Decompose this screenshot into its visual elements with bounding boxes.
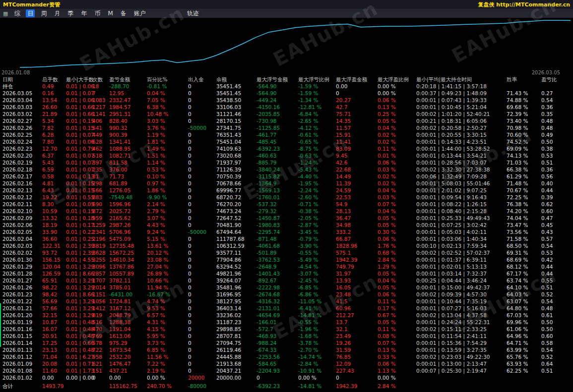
col-header-hold-time[interactable]: 最小|平均|最大持仓时间 (416, 76, 507, 83)
cell-max-float-profit-pct: 0.04 % (378, 124, 416, 131)
brand-link[interactable]: 复盘侠 http://MTCommander.cn (478, 1, 570, 8)
table-row[interactable]: 2026.01.020.000.00 | 0.0000.000.00 %2000… (0, 374, 573, 381)
table-row[interactable]: 2026.02.2312.700.01 | 0.794621088.951.49… (0, 145, 573, 152)
table-row[interactable]: 2026.02.0533.900.01 | 0.2223415706.969.2… (0, 228, 573, 235)
table-row[interactable]: 2026.02.0293.720.01 | 2.39362815672.2520… (0, 249, 573, 256)
table-row[interactable]: 2026.02.195.430.01 | 0.07397811.581.14 %… (0, 159, 573, 166)
col-header-minmax-lots[interactable]: 最小|大手数 (66, 76, 92, 83)
cell-date: 2026.01.27 (2, 277, 42, 284)
cell-inout: 0 (188, 131, 216, 138)
cell-percent: 3.03 % (147, 117, 188, 124)
cell-minmax-lots: 0.01 | 0.71 (66, 360, 92, 367)
table-row[interactable]: 2026.01.2398.420.01 | 8.661151-6431.00-1… (0, 291, 573, 298)
table-row[interactable]: 2026.02.136.430.01 | 0.155661276.051.86 … (0, 187, 573, 194)
table-row[interactable]: 2026.01.29120.040.01 | 3.29309613767.862… (0, 263, 573, 270)
toolbar-tab-10[interactable]: 轨迹 (186, 9, 200, 17)
table-row[interactable]: 2026.01.1616.070.01 | 0.484701191.044.15… (0, 326, 573, 333)
cell-minmax-lots: 0.01 | 0.15 (66, 187, 92, 194)
table-row[interactable]: 2026.01.2256.690.01 | 3.2910561724.814.7… (0, 298, 573, 305)
table-row[interactable]: 2026.01.1417.250.01 | 0.66578975.293.73 … (0, 339, 573, 346)
cell-date: 2026.01.30 (2, 256, 42, 263)
table-row[interactable]: 2026.01.0920.080.01 | 0.716211476.477.22… (0, 360, 573, 367)
toolbar-tab-8[interactable]: 备 (119, 9, 128, 17)
table-total-row[interactable]: 合计1493.79115162.75240.70 %-80000-6392.23… (0, 383, 573, 390)
table-row[interactable]: 2026.02.267.820.01 | 0.15541990.323.76 %… (0, 124, 573, 131)
col-header-max-float-profit[interactable]: 最大浮盈金额 (336, 76, 378, 83)
cell-balance: 20437.21 (216, 367, 256, 374)
table-row[interactable]: 持仓0.490.01 | 0.0618-288.70-0.81 %035451.… (0, 83, 573, 90)
cell-minmax-lots: 0.01 | 0.15 (66, 180, 92, 187)
table-row[interactable]: 2026.01.30156.150.01 | 4.55325514610.342… (0, 256, 573, 263)
table-row[interactable]: 2026.01.2698.220.01 | 3.2920143785.0111.… (0, 284, 573, 291)
cell-percent: 4.74 % (147, 298, 188, 305)
cell-count: 0 (92, 374, 109, 381)
col-header-inout[interactable]: 出入金 (188, 76, 216, 83)
table-row[interactable]: 2026.02.0913.320.01 | 0.189592165.623.07… (0, 215, 573, 222)
table-row[interactable]: 2026.01.2765.910.01 | 3.2917073782.1110.… (0, 277, 573, 284)
col-header-max-float-loss[interactable]: 最大浮亏金额 (256, 76, 298, 83)
col-header-pl-ratio[interactable]: 盈亏比 (541, 76, 566, 83)
col-header-lots[interactable]: 总手数 (42, 76, 66, 83)
table-row[interactable]: 2026.01.1910.870.01 | 0.485161288.384.31… (0, 319, 573, 326)
cell-max-float-profit: 24.59 (336, 187, 378, 194)
cell-count: 298 (92, 180, 109, 187)
toolbar-tab-0[interactable]: 综 (12, 9, 21, 17)
table-row[interactable]: 2026.01.28126.590.01 | 8.66285710557.892… (0, 270, 573, 277)
table-row[interactable]: 2026.01.1323.130.01 | 0.487221673.546.85… (0, 346, 573, 353)
table-row[interactable]: 2026.02.275.340.01 | 0.15406828.403.03 %… (0, 117, 573, 124)
table-row[interactable]: 2026.01.2032.150.01 | 3.298192048.796.57… (0, 312, 573, 319)
cell-max-float-loss-pct: -14.81 % (298, 312, 336, 319)
cell-lots: 6.43 (42, 187, 66, 194)
col-header-count[interactable]: 次数 (92, 76, 109, 83)
col-header-win-rate[interactable]: 胜率 (507, 76, 541, 83)
table-row[interactable]: 2026.02.118.300.01 | 0.056901596.962.14 … (0, 201, 573, 208)
cell-inout: 0 (188, 312, 216, 319)
cell-date: 2026.02.20 (2, 152, 42, 159)
table-row[interactable]: 2026.02.03122.310.01 | 2.39381912735.481… (0, 242, 573, 249)
table-row[interactable]: 2026.03.0221.890.01 | 0.6611412951.3110.… (0, 111, 573, 117)
toolbar-tab-9[interactable]: 账户 (132, 9, 147, 17)
cell-count: 1412 (92, 305, 109, 312)
toolbar-tab-4[interactable]: 季 (66, 9, 75, 17)
toolbar-tab-1[interactable]: 日 (26, 9, 35, 17)
toolbar-tab-2[interactable]: 周 (39, 9, 48, 17)
cell-percent: 6.38 % (147, 104, 188, 111)
toolbar-tab-5[interactable]: 年 (79, 9, 88, 17)
table-row[interactable]: 2026.02.247.800.01 | 0.066281341.411.81 … (0, 138, 573, 145)
cell-hold-time: 0:00:01 | 0:13:59 | 3:27:35 (416, 346, 507, 353)
table-row[interactable]: 2026.02.1219.220.01 | 0.55883-7549.48-9.… (0, 194, 573, 201)
cell-inout: 0 (188, 319, 216, 326)
cell-percent: 9.24 % (147, 228, 188, 235)
toolbar-tab-3[interactable]: 月 (53, 9, 62, 17)
table-row[interactable]: 2026.02.0436.600.01 | 0.2521965475.095.1… (0, 235, 573, 242)
table-row[interactable]: 2026.02.170.580.01 | 0.133171.730.10 %07… (0, 173, 573, 180)
table-row[interactable]: 2026.02.186.590.01 | 0.07235376.000.53 %… (0, 166, 573, 173)
menu-icon[interactable]: ▦ (3, 10, 8, 17)
table-row[interactable]: 2026.01.1271.040.01 | 6.279582532.2011.5… (0, 353, 573, 360)
table-row[interactable]: 2026.03.0413.540.01 | 0.0610832332.477.0… (0, 97, 573, 104)
col-header-percent[interactable]: 百分比% (147, 76, 188, 83)
col-header-max-float-profit-pct[interactable]: 最大浮盈比例 (378, 76, 416, 83)
cell-max-float-profit: 54.9 (336, 201, 378, 208)
table-row[interactable]: 2026.02.256.280.01 | 0.07449900.391.19 %… (0, 131, 573, 138)
toolbar-tab-6[interactable]: 币 (93, 9, 102, 17)
table-row[interactable]: 2026.01.0811.600.01 | 1.73151437.212.19 … (0, 367, 573, 374)
table-row[interactable]: 2026.03.050.160.01 | 0.07712.950.04 %035… (0, 90, 573, 97)
col-header-max-float-loss-pct[interactable]: 最大浮亏比例 (298, 76, 336, 83)
table-row[interactable]: 2026.02.1010.590.01 | 0.158722025.722.79… (0, 208, 573, 215)
table-row[interactable]: 2026.03.0326.600.01 | 0.6612171984.576.3… (0, 104, 573, 111)
col-header-date[interactable]: 日期 (2, 76, 42, 83)
col-header-profit[interactable]: 盈亏金额 (109, 76, 147, 83)
table-row[interactable]: 2026.02.164.810.01 | 0.15298681.890.97 %… (0, 180, 573, 187)
table-row[interactable]: 2026.02.206.370.01 | 0.075181082.711.51 … (0, 152, 573, 159)
cell-profit: 115162.75 (109, 383, 147, 390)
cell-minmax-lots: 0.01 | 2.39 (66, 249, 92, 256)
table-row[interactable]: 2026.01.1520.910.01 | 0.487691613.065.95… (0, 333, 573, 339)
toolbar-tab-7[interactable]: M (106, 9, 114, 17)
cell-minmax-lots: 0.01 | 0.48 (66, 333, 92, 339)
cell-profit: 437.21 (109, 367, 147, 374)
table-row[interactable]: 2026.02.0618.190.01 | 0.1712592987.264.4… (0, 222, 573, 228)
cell-max-float-loss: -3840.24 (256, 166, 298, 173)
col-header-balance[interactable]: 余额 (216, 76, 256, 83)
table-row[interactable]: 2026.01.2157.660.01 | 3.2914123167.129.5… (0, 305, 573, 312)
